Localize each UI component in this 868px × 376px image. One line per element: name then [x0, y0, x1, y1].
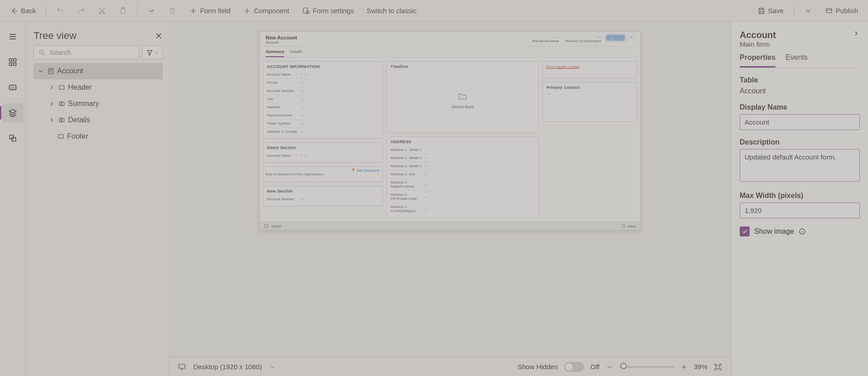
form-settings-icon [302, 7, 310, 15]
filter-button[interactable] [142, 45, 163, 59]
tree-node-footer[interactable]: Footer [34, 128, 163, 145]
svg-rect-17 [59, 86, 64, 89]
zoom-slider[interactable] [619, 366, 674, 368]
toolbar-separator [46, 5, 46, 17]
section-title: Demo Section [267, 145, 379, 150]
field-label: Fax [267, 97, 299, 101]
footer-status: Active [271, 224, 281, 228]
switch-classic-button[interactable]: Switch to classic [362, 4, 421, 17]
section-new[interactable]: New Section Account Number--- [263, 186, 383, 206]
rail-hamburger[interactable] [2, 27, 24, 46]
field-value: --- [424, 156, 428, 160]
chevron-down-icon[interactable] [269, 364, 276, 370]
svg-rect-24 [179, 364, 185, 368]
map-message: Map is disabled for this organization. [265, 172, 324, 176]
rail-library[interactable] [2, 129, 24, 148]
form-field-button[interactable]: Form field [185, 4, 235, 18]
component-button[interactable]: Component [239, 4, 294, 18]
rail-tree-view[interactable] [2, 103, 24, 122]
field-value: --- [301, 130, 304, 134]
prop-description-label: Description [740, 138, 860, 146]
section-title: Timeline [390, 64, 535, 69]
max-width-input[interactable] [740, 202, 860, 218]
plus-icon[interactable] [680, 363, 688, 371]
undo-icon [56, 7, 64, 15]
tree-node-summary[interactable]: Summary [34, 96, 163, 112]
svg-rect-7 [9, 59, 12, 62]
publish-button[interactable]: Publish [820, 4, 863, 18]
arrow-left-icon [10, 7, 18, 15]
paste-button[interactable] [114, 4, 132, 18]
redo-icon [77, 7, 85, 15]
section-primary-contact[interactable]: Primary Contact --- [542, 82, 637, 122]
close-icon[interactable] [155, 32, 163, 40]
toolbar-separator [137, 5, 137, 17]
tree-title: Tree view [34, 30, 77, 42]
display-name-input[interactable] [740, 114, 860, 130]
form-tab-details[interactable]: Details [290, 49, 302, 57]
minus-icon[interactable] [606, 363, 613, 371]
field-value: --- [424, 164, 428, 168]
publish-label: Publish [836, 7, 858, 14]
save-options-button[interactable] [800, 4, 817, 18]
form-settings-button[interactable]: Form settings [297, 4, 359, 18]
section-address[interactable]: ADDRESS Address 1: Street 1--- Address 1… [386, 136, 539, 218]
tree-node-label: Account [57, 67, 83, 75]
section-timeline[interactable]: Timeline Almost there [386, 61, 539, 133]
search-input[interactable]: Search [34, 45, 139, 59]
field-value: --- [424, 207, 428, 211]
fit-icon[interactable] [714, 363, 722, 371]
save-label: Save [768, 7, 784, 14]
form-field-label: Form field [200, 7, 230, 14]
more-button[interactable] [143, 4, 160, 18]
back-button[interactable]: Back [5, 4, 40, 18]
description-input[interactable] [740, 149, 860, 182]
cut-button[interactable] [93, 4, 111, 18]
tree-node-account[interactable]: Account [34, 63, 163, 79]
svg-rect-22 [59, 135, 63, 138]
info-icon[interactable] [799, 228, 806, 235]
form-preview[interactable]: New Account Account ---Annual Revenue --… [259, 31, 641, 231]
show-image-checkbox[interactable] [740, 227, 750, 236]
save-button[interactable]: Save [753, 4, 788, 18]
svg-text:Abc: Abc [10, 86, 16, 89]
tree-node-details[interactable]: Details [34, 112, 163, 128]
form-icon [47, 67, 54, 75]
section-demo[interactable]: Demo Section Account Name*--- [263, 142, 383, 163]
back-label: Back [21, 7, 36, 14]
undo-button[interactable] [52, 4, 69, 18]
rail-fields[interactable]: Abc [2, 78, 24, 97]
form-tab-summary[interactable]: Summary [266, 49, 284, 57]
tree-node-header[interactable]: Header [34, 79, 163, 96]
chevron-down-icon[interactable] [629, 35, 634, 39]
delete-button[interactable] [164, 4, 181, 18]
field-label: Account Number [267, 197, 299, 201]
show-hidden-toggle[interactable] [564, 362, 584, 372]
field-label: Address 1: Street 1 [390, 148, 422, 152]
save-icon [621, 224, 626, 228]
section-icon [58, 84, 65, 91]
svg-rect-23 [265, 225, 268, 228]
chevron-right-icon[interactable] [853, 30, 860, 37]
tab-events[interactable]: Events [785, 53, 808, 67]
left-rail: Abc [0, 22, 25, 376]
stat-val: --- [556, 35, 559, 39]
section-map[interactable]: 📍 Get Directions Map is disabled for thi… [263, 166, 383, 182]
field-label: Address 1: Street 2 [390, 156, 422, 160]
chevron-down-icon [37, 67, 44, 75]
redo-button[interactable] [73, 4, 90, 18]
form-title: New Account [266, 35, 297, 40]
field-label: Address 1: Country/Region [390, 205, 422, 213]
props-subtitle: Main form [740, 40, 776, 48]
field-label: Address 1: ZIP/Postal Code [390, 193, 422, 201]
section-account-info[interactable]: ACCOUNT INFORMATION Account Name*--- Pho… [263, 61, 383, 139]
prop-max-width-label: Max Width (pixels) [740, 192, 860, 200]
tab-properties[interactable]: Properties [740, 53, 775, 67]
get-directions-link[interactable]: 📍 Get Directions [351, 169, 380, 173]
field-value: --- [301, 121, 304, 125]
footer-save[interactable]: Save [628, 224, 636, 228]
show-image-label: Show image [754, 227, 794, 236]
field-label: Address 1: State/Province [390, 180, 422, 188]
rail-components[interactable] [2, 53, 24, 72]
section-error[interactable]: Error loading control [542, 61, 637, 78]
